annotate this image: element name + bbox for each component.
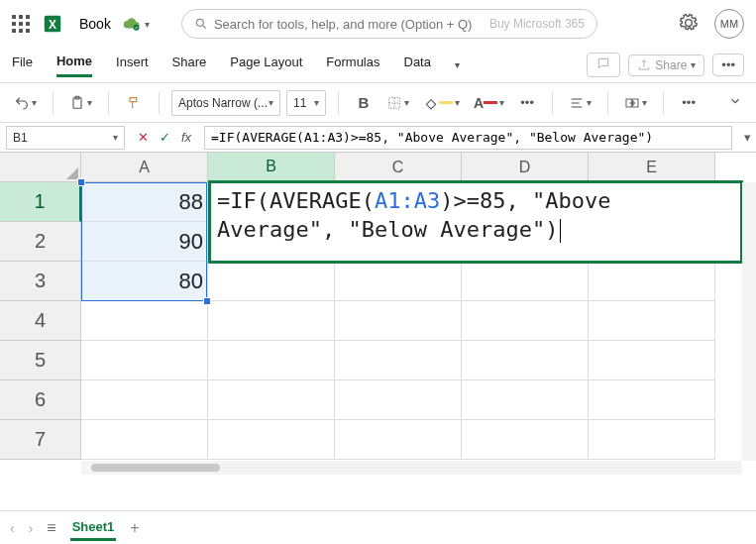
cell-c6[interactable] (335, 381, 462, 420)
formula-input-text: =IF(AVERAGE(A1:A3)>=85, "Above Average",… (211, 130, 653, 145)
toolbar: ▾ ▾ Aptos Narrow (...▾ 11▾ B ▾ ▾ A▾ ••• … (0, 83, 756, 123)
undo-button[interactable]: ▾ (10, 90, 41, 116)
sheet-nav-prev[interactable]: ‹ (10, 520, 15, 536)
align-button[interactable]: ▾ (565, 90, 595, 116)
settings-icon[interactable] (679, 13, 699, 36)
font-size-select[interactable]: 11▾ (286, 90, 326, 116)
cell-a6[interactable] (81, 381, 208, 420)
cell-d5[interactable] (462, 341, 589, 381)
cell-b3[interactable] (208, 262, 335, 301)
cell-e4[interactable] (589, 301, 715, 341)
cell-b6[interactable] (208, 381, 335, 420)
user-avatar[interactable]: MM (714, 9, 744, 39)
paste-button[interactable]: ▾ (65, 90, 96, 116)
bold-button[interactable]: B (351, 90, 377, 116)
cell-d4[interactable] (462, 301, 589, 341)
tab-share[interactable]: Share (172, 54, 207, 75)
select-all-cell[interactable] (0, 153, 81, 182)
font-more-button[interactable]: ••• (514, 90, 540, 116)
formula-bar: B1▾ ✕ ✓ fx =IF(AVERAGE(A1:A3)>=85, "Abov… (0, 123, 756, 153)
column-header-c[interactable]: C (335, 153, 462, 182)
borders-button[interactable]: ▾ (382, 90, 413, 116)
formula-enter-button[interactable]: ✓ (155, 128, 174, 148)
share-label: Share (655, 58, 687, 72)
cell-c3[interactable] (335, 262, 462, 301)
cell-c7[interactable] (335, 420, 462, 460)
row-header-5[interactable]: 5 (0, 341, 81, 381)
tab-formulas[interactable]: Formulas (326, 54, 379, 75)
cell-c4[interactable] (335, 301, 462, 341)
font-color-button[interactable]: A▾ (470, 90, 508, 116)
toolbar-more-button[interactable]: ••• (676, 90, 702, 116)
cell-a7[interactable] (81, 420, 208, 460)
cell-e5[interactable] (589, 341, 715, 381)
app-launcher-icon[interactable] (12, 15, 30, 33)
row-header-6[interactable]: 6 (0, 381, 81, 420)
more-button[interactable]: ••• (712, 54, 744, 76)
horizontal-scrollbar[interactable] (81, 461, 742, 475)
all-sheets-button[interactable]: ≡ (47, 519, 55, 537)
row-header-7[interactable]: 7 (0, 420, 81, 460)
svg-text:X: X (49, 18, 56, 32)
sheet-tab-sheet1[interactable]: Sheet1 (70, 515, 117, 541)
font-name-select[interactable]: Aptos Narrow (...▾ (171, 90, 280, 116)
font-name-value: Aptos Narrow (... (178, 96, 268, 110)
document-name[interactable]: Book (79, 16, 111, 32)
column-header-a[interactable]: A (81, 153, 208, 182)
cell-b4[interactable] (208, 301, 335, 341)
formula-expand-button[interactable]: ▾ (738, 130, 756, 145)
tab-insert[interactable]: Insert (116, 54, 149, 75)
search-input[interactable] (214, 17, 489, 32)
active-cell-editor[interactable]: =IF(AVERAGE(A1:A3)>=85, "Above Average",… (208, 180, 743, 264)
range-handle-br[interactable] (203, 297, 211, 305)
font-size-value: 11 (293, 96, 306, 110)
text-caret (560, 219, 561, 243)
expand-ribbon-button[interactable] (724, 90, 746, 115)
tab-file[interactable]: File (12, 54, 33, 75)
chevron-down-icon[interactable]: ▾ (455, 59, 460, 70)
merge-button[interactable]: ▾ (620, 90, 651, 116)
autosave-status[interactable]: ▾ (123, 15, 150, 33)
share-icon (637, 58, 651, 72)
spreadsheet-grid: A B C D E 1 2 3 4 5 6 7 88 90 (0, 153, 756, 475)
tab-page-layout[interactable]: Page Layout (230, 54, 302, 75)
row-header-4[interactable]: 4 (0, 301, 81, 341)
insert-function-button[interactable]: fx (176, 128, 196, 148)
excel-icon: X (42, 13, 63, 35)
cell-e7[interactable] (589, 420, 715, 460)
buy-m365-text: Buy Microsoft 365 (489, 17, 585, 31)
cell-d6[interactable] (462, 381, 589, 420)
column-header-d[interactable]: D (462, 153, 589, 182)
svg-point-3 (196, 19, 203, 26)
cell-a4[interactable] (81, 301, 208, 341)
format-painter-button[interactable] (121, 90, 147, 116)
tab-home[interactable]: Home (56, 54, 92, 77)
cell-b7[interactable] (208, 420, 335, 460)
cell-d7[interactable] (462, 420, 589, 460)
sheet-nav-next[interactable]: › (29, 520, 34, 536)
horizontal-scrollbar-thumb[interactable] (91, 464, 220, 472)
column-header-b[interactable]: B (208, 153, 335, 182)
fill-color-button[interactable]: ▾ (419, 90, 464, 116)
formula-cancel-button[interactable]: ✕ (133, 128, 153, 148)
name-box[interactable]: B1▾ (6, 126, 125, 150)
search-box[interactable]: Buy Microsoft 365 (181, 9, 597, 39)
share-button[interactable]: Share ▾ (628, 54, 704, 76)
formula-input[interactable]: =IF(AVERAGE(A1:A3)>=85, "Above Average",… (204, 126, 732, 150)
row-header-1[interactable]: 1 (0, 182, 81, 222)
comments-button[interactable] (587, 53, 620, 77)
cell-a5[interactable] (81, 341, 208, 381)
cell-c5[interactable] (335, 341, 462, 381)
chevron-down-icon: ▾ (691, 59, 696, 70)
cell-d3[interactable] (462, 262, 589, 301)
cell-b5[interactable] (208, 341, 335, 381)
range-handle-tl[interactable] (77, 178, 85, 186)
add-sheet-button[interactable]: + (130, 519, 139, 537)
vertical-scrollbar[interactable] (742, 182, 756, 461)
column-header-e[interactable]: E (589, 153, 715, 182)
tab-data[interactable]: Data (404, 54, 431, 75)
cell-e3[interactable] (589, 262, 715, 301)
row-header-2[interactable]: 2 (0, 222, 81, 262)
cell-e6[interactable] (589, 381, 715, 420)
row-header-3[interactable]: 3 (0, 262, 81, 301)
